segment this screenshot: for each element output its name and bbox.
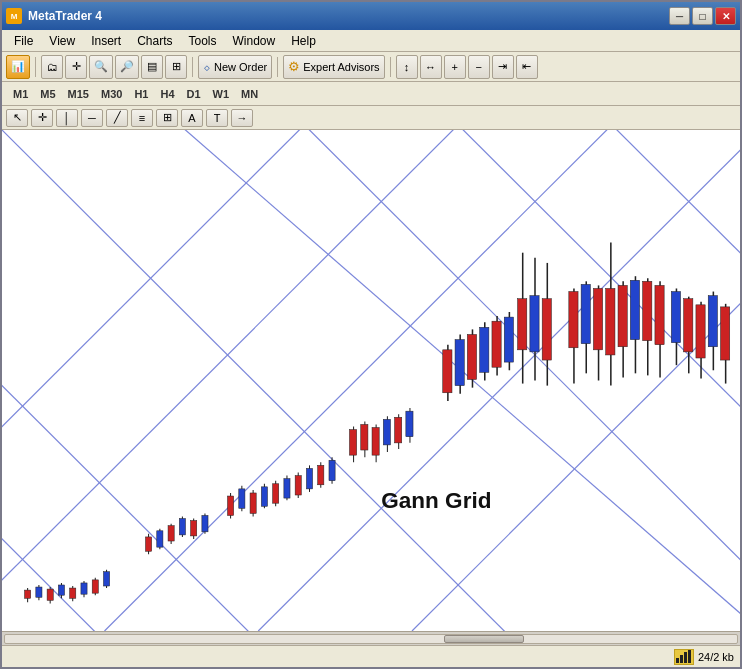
tf-m15[interactable]: M15 [63, 85, 94, 103]
svg-rect-28 [92, 580, 98, 593]
tf-m30[interactable]: M30 [96, 85, 127, 103]
zoom-chart-in-btn[interactable]: + [444, 55, 466, 79]
zoom-out-icon: 🔎 [120, 60, 134, 73]
zoom-chart-in-icon: + [451, 61, 457, 73]
chart-scroll-right-icon: ⇥ [498, 60, 507, 73]
svg-rect-100 [606, 288, 615, 354]
svg-rect-26 [81, 583, 87, 594]
autoscroll-btn[interactable]: ↔ [420, 55, 442, 79]
svg-rect-118 [721, 307, 730, 360]
arrow-btn[interactable]: → [231, 109, 253, 127]
svg-rect-58 [306, 468, 312, 488]
chart-shift-icon: ↕ [404, 61, 410, 73]
svg-rect-60 [318, 465, 324, 484]
svg-rect-80 [467, 334, 476, 379]
crosshair-draw-btn[interactable]: ✛ [31, 109, 53, 127]
chart-scroll-right-btn[interactable]: ⇥ [492, 55, 514, 79]
zoom-out-btn[interactable]: 🔎 [115, 55, 139, 79]
text-label-btn[interactable]: T [206, 109, 228, 127]
svg-rect-24 [70, 588, 76, 598]
new-order-label: New Order [214, 61, 267, 73]
scrollbar-thumb[interactable] [444, 635, 524, 643]
svg-rect-86 [504, 317, 513, 362]
tf-h4[interactable]: H4 [155, 85, 179, 103]
status-indicator [674, 649, 694, 665]
svg-rect-96 [581, 284, 590, 343]
properties-btn[interactable]: ▤ [141, 55, 163, 79]
tf-w1[interactable]: W1 [208, 85, 235, 103]
minimize-button[interactable]: ─ [669, 7, 690, 25]
tf-mn[interactable]: MN [236, 85, 263, 103]
svg-rect-108 [655, 285, 664, 344]
chart-scroll-end-btn[interactable]: ⇤ [516, 55, 538, 79]
svg-rect-30 [103, 572, 109, 586]
tf-m1[interactable]: M1 [8, 85, 33, 103]
svg-rect-88 [518, 299, 527, 350]
drawing-toolbar: ↖ ✛ │ ─ ╱ ≡ ⊞ A T → [2, 106, 740, 130]
svg-rect-84 [492, 321, 501, 367]
svg-rect-106 [643, 281, 652, 340]
svg-rect-38 [179, 519, 185, 535]
indicators-btn[interactable]: ⊞ [165, 55, 187, 79]
separator-1 [35, 57, 36, 77]
horizontal-scrollbar[interactable] [2, 631, 740, 645]
menu-insert[interactable]: Insert [83, 32, 129, 50]
new-chart-btn[interactable]: 📊 [6, 55, 30, 79]
menu-window[interactable]: Window [225, 32, 284, 50]
horizontal-line-btn[interactable]: ─ [81, 109, 103, 127]
tf-h1[interactable]: H1 [129, 85, 153, 103]
text-btn[interactable]: A [181, 109, 203, 127]
crosshair-draw-icon: ✛ [38, 111, 47, 124]
close-button[interactable]: ✕ [715, 7, 736, 25]
svg-rect-48 [250, 493, 256, 513]
tf-m5[interactable]: M5 [35, 85, 60, 103]
cursor-btn[interactable]: ↖ [6, 109, 28, 127]
zoom-chart-out-btn[interactable]: − [468, 55, 490, 79]
new-order-btn[interactable]: ⬦ New Order [198, 55, 272, 79]
scrollbar-track [4, 634, 738, 644]
svg-rect-120 [676, 658, 679, 663]
vertical-line-btn[interactable]: │ [56, 109, 78, 127]
svg-rect-18 [36, 587, 42, 597]
crosshair-btn[interactable]: ✛ [65, 55, 87, 79]
profiles-btn[interactable]: 🗂 [41, 55, 63, 79]
svg-rect-34 [157, 531, 163, 547]
title-bar-left: M MetaTrader 4 [6, 8, 102, 24]
svg-rect-32 [146, 537, 152, 551]
svg-rect-52 [273, 484, 279, 503]
tf-d1[interactable]: D1 [182, 85, 206, 103]
svg-rect-20 [47, 589, 53, 600]
menu-view[interactable]: View [41, 32, 83, 50]
zoom-in-btn[interactable]: 🔍 [89, 55, 113, 79]
ea-icon: ⚙ [288, 59, 300, 74]
menu-file[interactable]: File [6, 32, 41, 50]
chart-shift-btn[interactable]: ↕ [396, 55, 418, 79]
fibonacci-btn[interactable]: ≡ [131, 109, 153, 127]
vertical-line-icon: │ [64, 112, 71, 124]
trend-line-btn[interactable]: ╱ [106, 109, 128, 127]
timeframe-toolbar: M1 M5 M15 M30 H1 H4 D1 W1 MN [2, 82, 740, 106]
crosshair-icon: ✛ [72, 60, 81, 73]
svg-rect-82 [480, 327, 489, 372]
svg-rect-90 [530, 296, 539, 352]
svg-rect-76 [443, 350, 452, 393]
svg-rect-114 [696, 305, 705, 358]
main-toolbar: 📊 🗂 ✛ 🔍 🔎 ▤ ⊞ ⬦ New Order ⚙ Expert Advis… [2, 52, 740, 82]
menu-charts[interactable]: Charts [129, 32, 180, 50]
maximize-button[interactable]: □ [692, 7, 713, 25]
svg-rect-74 [406, 411, 413, 437]
svg-rect-72 [395, 417, 402, 443]
title-bar: M MetaTrader 4 ─ □ ✕ [2, 2, 740, 30]
expert-advisors-btn[interactable]: ⚙ Expert Advisors [283, 55, 384, 79]
profiles-icon: 🗂 [47, 61, 58, 73]
separator-4 [390, 57, 391, 77]
separator-2 [192, 57, 193, 77]
svg-rect-116 [708, 296, 717, 347]
svg-rect-102 [618, 285, 627, 346]
menu-help[interactable]: Help [283, 32, 324, 50]
order-icon: ⬦ [203, 59, 211, 74]
window-title: MetaTrader 4 [28, 9, 102, 23]
chart-icon: 📊 [11, 60, 25, 73]
gann-btn[interactable]: ⊞ [156, 109, 178, 127]
menu-tools[interactable]: Tools [181, 32, 225, 50]
